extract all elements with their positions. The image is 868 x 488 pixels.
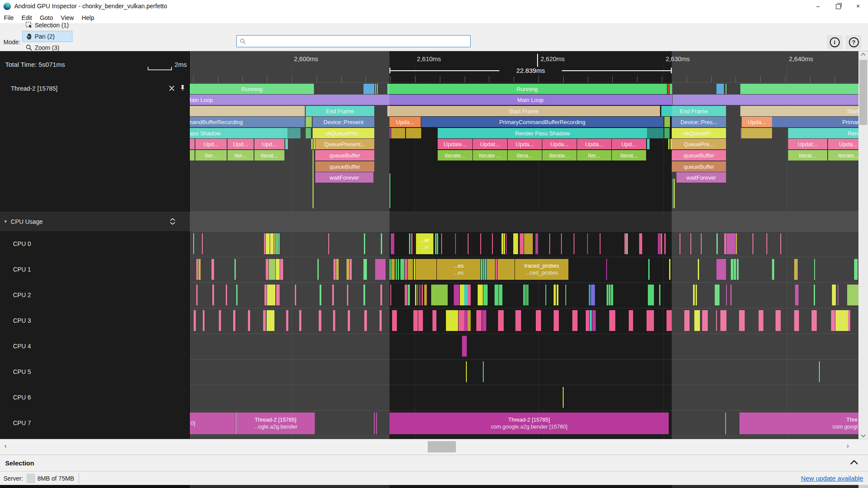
cpu-slice[interactable] [629,310,633,331]
cpu-slice[interactable] [563,387,564,408]
cpu-slice[interactable] [405,285,407,305]
timeline-slice[interactable]: Iterat... [612,150,646,160]
cpu-slice[interactable] [391,233,394,254]
cpu-slice[interactable] [660,233,662,254]
cpu-slice[interactable] [609,285,611,305]
cpu-slice[interactable] [419,285,420,305]
cpu-slice[interactable] [455,233,456,254]
cpu-slice[interactable] [390,285,391,305]
collapse-triangle-icon[interactable]: ▾ [4,219,7,224]
cpu-slice[interactable] [536,310,541,331]
cpu-slice[interactable] [557,285,558,305]
cpu-slice[interactable] [468,310,471,331]
cpu-slice[interactable] [418,310,423,331]
cpu-slice[interactable] [523,285,525,305]
timeline-slice[interactable]: Update... [438,139,472,149]
cpu-slice[interactable] [492,233,493,254]
cpu-slice[interactable] [664,233,666,254]
cpu-slice[interactable] [466,361,467,382]
restore-button[interactable] [828,0,848,12]
cpu-slice[interactable] [554,310,559,331]
cpu-slice[interactable] [498,310,504,331]
cpu-slice[interactable] [502,233,503,254]
timeline-slice[interactable] [391,128,405,138]
cpu-slice[interactable] [639,233,642,254]
cpu-slice[interactable] [487,259,495,280]
cpu-slice[interactable] [565,285,566,305]
timeline-slice[interactable] [667,84,669,94]
cpu-slice[interactable] [464,310,468,331]
timeline-canvas[interactable]: RunningRunningMain LoopMain LoopStart Fr… [190,51,858,439]
cpu-slice[interactable] [648,285,654,305]
scroll-left-icon[interactable]: ‹ [4,442,7,450]
cpu-slice[interactable] [432,310,436,331]
cpu-slice[interactable] [524,233,533,254]
timeline-slice[interactable]: PrimaryCommandBufferRecording [421,117,663,127]
timeline-slice[interactable]: Upda... [542,139,577,149]
cpu-slice[interactable] [515,310,521,331]
menu-help[interactable]: Help [78,14,98,21]
minimize-button[interactable]: – [808,0,828,12]
mode-button-selection[interactable]: Selection (1) [22,20,73,31]
cpu-slice[interactable]: ...es...es [437,259,480,280]
timeline-slice[interactable]: Render Pass Shadow [438,128,647,138]
cpu-slice[interactable] [483,259,484,280]
cpu-slice[interactable] [607,285,608,305]
cpu-slice[interactable] [417,285,418,305]
cpu-slice[interactable] [478,285,483,305]
cpu-slice[interactable] [504,233,505,254]
cpu-slice[interactable] [454,285,459,305]
cpu-slice[interactable] [606,259,607,280]
info-button[interactable]: i [827,35,842,49]
cpu-slice[interactable] [669,259,670,280]
cpu-slice[interactable] [587,233,588,254]
cpu-slice[interactable] [483,361,484,382]
cpu-slice[interactable] [415,285,416,305]
cpu-slice[interactable] [460,285,464,305]
vertical-scroll-thumb[interactable] [859,60,867,125]
cpu-slice[interactable] [600,233,601,254]
pin-icon[interactable] [179,85,186,91]
cpu-slice[interactable] [549,233,550,254]
cpu-slice[interactable]: traced_probes...ced_probes [515,259,568,280]
timeline-slice[interactable] [668,139,670,149]
menu-file[interactable]: File [0,14,18,21]
timeline-slice[interactable] [647,128,663,138]
cpu-slice[interactable] [392,310,397,331]
cpu-slice[interactable] [647,310,654,331]
vertical-scrollbar[interactable] [858,51,868,439]
cpu-slice[interactable] [561,233,562,254]
timeline-slice[interactable]: Upda... [508,139,542,149]
cpu-slice[interactable] [574,233,574,254]
cpu-slice[interactable] [441,233,442,254]
cpu-slice[interactable] [658,233,660,254]
timeline-slice[interactable] [406,128,421,138]
cpu-slice[interactable] [572,310,578,331]
cpu-slice[interactable] [409,233,410,254]
timeline-slice[interactable]: Iter... [577,150,611,160]
timeline-slice[interactable] [664,128,670,138]
cpu-slice[interactable] [545,285,546,305]
horizontal-scroll-thumb[interactable] [428,441,456,452]
cpu-slice[interactable] [400,259,404,280]
cpu-slice[interactable] [589,285,591,305]
timeline-slice[interactable]: Running [387,84,667,94]
help-button[interactable]: ? [846,35,861,49]
timeline-slice[interactable]: Iterate... [438,150,472,160]
cpu-slice[interactable] [424,285,427,305]
cpu-slice[interactable] [413,310,418,331]
mode-button-pan[interactable]: Pan (2) [22,31,73,42]
scroll-right-icon[interactable]: › [847,442,849,450]
resize-updown-icon[interactable] [169,218,176,225]
cpu-slice[interactable] [506,233,507,254]
cpu-slice[interactable] [437,233,438,254]
cpu-slice[interactable] [499,285,502,305]
cpu-slice[interactable] [667,310,672,331]
timeline-slice[interactable]: Itera... [508,150,542,160]
cpu-slice[interactable] [482,310,486,331]
cpu-slice[interactable] [513,233,518,254]
cpu-slice[interactable] [495,259,497,280]
cpu-slice[interactable] [586,310,589,331]
timeline-slice[interactable]: Upda... [389,117,421,127]
cpu-slice[interactable] [468,233,469,254]
